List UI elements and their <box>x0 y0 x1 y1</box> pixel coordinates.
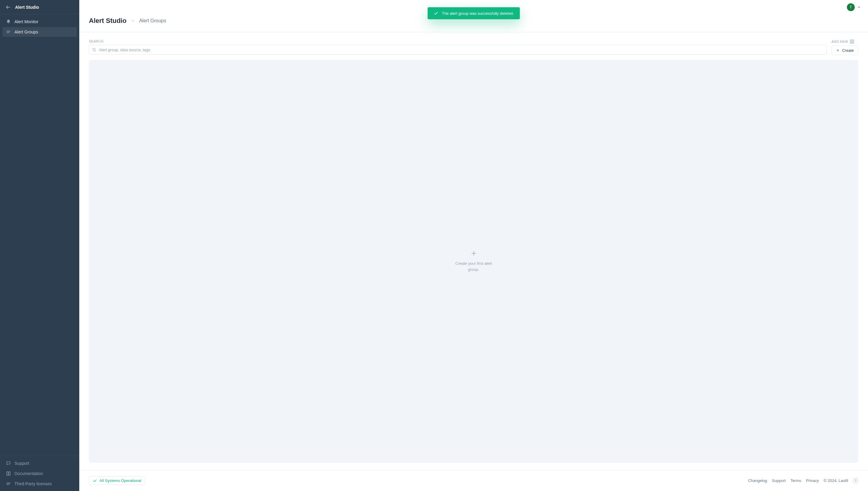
toast-success: The alert group was successfully deleted… <box>427 7 520 19</box>
footer-copyright: © 2024, Last9 <box>824 478 848 483</box>
company-logo-icon[interactable]: 9 <box>853 478 858 484</box>
sidebar-item-alert-monitor[interactable]: Alert Monitor <box>2 17 77 27</box>
sidebar-item-label: Third-Party licenses <box>15 481 52 486</box>
sidebar-item-alert-groups[interactable]: Alert Groups <box>2 27 77 37</box>
sidebar: Alert Studio Alert Monitor Alert Groups … <box>0 0 79 491</box>
list-icon <box>6 30 11 34</box>
sidebar-item-label: Support <box>15 461 29 466</box>
chevron-right-icon <box>132 19 134 22</box>
bell-icon <box>6 19 11 24</box>
footer-link-privacy[interactable]: Privacy <box>806 478 819 483</box>
book-icon <box>6 471 11 476</box>
plus-icon <box>836 49 840 52</box>
list-icon <box>6 481 11 486</box>
controls-row: SEARCH ADD NEW ? Create <box>89 39 858 55</box>
search-column: SEARCH <box>89 39 827 55</box>
footer: All Systems Operational Changelog Suppor… <box>79 470 868 491</box>
sidebar-item-documentation[interactable]: Documentation <box>2 469 77 478</box>
footer-link-support[interactable]: Support <box>772 478 786 483</box>
sidebar-item-label: Alert Monitor <box>15 19 38 24</box>
add-new-label: ADD NEW <box>832 40 848 44</box>
search-label: SEARCH <box>89 39 827 43</box>
footer-right: Changelog Support Terms Privacy © 2024, … <box>748 478 858 484</box>
plus-icon <box>471 250 477 256</box>
sidebar-title: Alert Studio <box>15 5 39 10</box>
footer-link-changelog[interactable]: Changelog <box>748 478 767 483</box>
check-icon <box>433 11 438 16</box>
chat-icon <box>6 461 11 466</box>
sidebar-item-support[interactable]: Support <box>2 459 77 468</box>
sidebar-item-label: Alert Groups <box>15 30 38 34</box>
help-icon[interactable]: ? <box>850 39 854 44</box>
empty-state[interactable]: Create your first alert group. <box>89 60 858 463</box>
breadcrumb-root[interactable]: Alert Studio <box>89 17 127 25</box>
chevron-down-icon <box>857 5 861 9</box>
check-icon <box>93 479 97 483</box>
user-menu[interactable]: T <box>847 3 861 11</box>
sidebar-footer: Support Documentation Third-Party licens… <box>0 456 79 491</box>
content: SEARCH ADD NEW ? Create <box>79 32 868 470</box>
status-text: All Systems Operational <box>100 478 141 483</box>
svg-line-8 <box>95 50 95 51</box>
search-icon <box>92 48 96 52</box>
search-input-wrap <box>89 45 827 55</box>
search-input[interactable] <box>89 45 827 55</box>
empty-state-text: Create your first alert group. <box>453 261 495 272</box>
main: The alert group was successfully deleted… <box>79 0 868 491</box>
add-new-column: ADD NEW ? Create <box>832 39 858 55</box>
sidebar-item-third-party[interactable]: Third-Party licenses <box>2 479 77 489</box>
sidebar-nav: Alert Monitor Alert Groups <box>0 15 79 456</box>
back-arrow-icon[interactable] <box>5 4 11 10</box>
create-button-label: Create <box>842 48 854 53</box>
toast-message: The alert group was successfully deleted… <box>442 11 513 16</box>
footer-link-terms[interactable]: Terms <box>790 478 801 483</box>
system-status[interactable]: All Systems Operational <box>89 476 145 485</box>
create-button[interactable]: Create <box>832 46 858 55</box>
avatar: T <box>847 3 855 11</box>
sidebar-header: Alert Studio <box>0 0 79 15</box>
sidebar-item-label: Documentation <box>15 471 43 476</box>
breadcrumb-current: Alert Groups <box>139 18 166 24</box>
